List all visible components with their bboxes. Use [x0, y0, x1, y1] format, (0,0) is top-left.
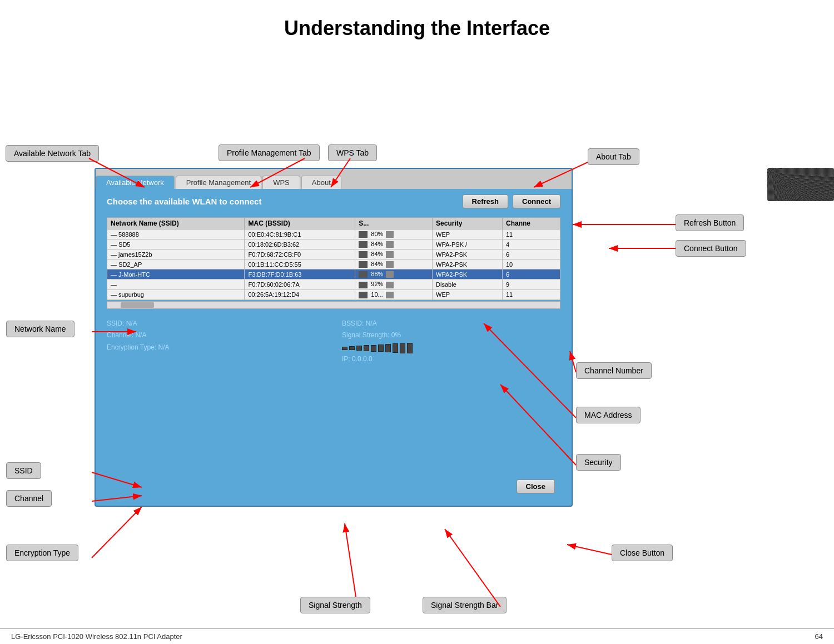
callout-about-tab: About Tab [588, 148, 639, 165]
cell-security: WPA-PSK / [433, 239, 503, 249]
cell-ssid: — supurbug [107, 289, 245, 299]
action-buttons: Refresh Connect [463, 194, 560, 208]
cell-signal: 84% [355, 259, 433, 269]
table-row[interactable]: — supurbug 00:26:5A:19:12:D4 10... WEP 1… [107, 289, 560, 299]
cell-ssid: — [107, 279, 245, 289]
tab-profile-management[interactable]: Profile Management [176, 176, 261, 189]
ssid-label: SSID: [107, 319, 124, 327]
cell-mac: 00:18:02:6D:B3:62 [245, 239, 355, 249]
callout-wps-tab: WPS Tab [328, 144, 377, 161]
table-row[interactable]: — F0:7D:60:02:06:7A 92% Disable 9 [107, 279, 560, 289]
cell-security: WPA2-PSK [433, 259, 503, 269]
signal-bar-segment [393, 343, 398, 353]
cell-channel: 10 [502, 259, 560, 269]
table-row[interactable]: — 588888 00:E0:4C:81:9B:C1 80% WEP 11 [107, 229, 560, 239]
callout-channel-number: Channel Number [576, 362, 652, 379]
signal-bar-segment [342, 347, 348, 350]
cell-channel: 4 [502, 239, 560, 249]
cell-signal: 92% [355, 279, 433, 289]
cell-security: Disable [433, 279, 503, 289]
col-header-signal: S... [355, 218, 433, 229]
main-content: Available Network Tab Profile Management… [0, 51, 834, 628]
tab-available-network[interactable]: Available Network [96, 176, 175, 189]
signal-bar-segment [407, 343, 413, 354]
info-right-panel: BSSID: N/A Signal Strength: 0% IP: 0.0.0… [342, 318, 560, 366]
signal-bar-segment [349, 346, 355, 351]
col-header-channel: Channe [502, 218, 560, 229]
signal-bar-segment [371, 345, 376, 352]
cell-ssid: — J-Mon-HTC [107, 269, 245, 279]
callout-refresh-button: Refresh Button [676, 214, 744, 231]
callout-close-button: Close Button [612, 545, 673, 561]
connect-button[interactable]: Connect [513, 194, 560, 208]
cell-channel: 6 [502, 249, 560, 259]
signal-bar-segment [364, 345, 369, 351]
signal-bar-segment [378, 345, 384, 352]
bssid-value: N/A [366, 319, 377, 327]
about-pattern [767, 168, 834, 201]
ui-window: Available Network Profile Management WPS… [95, 168, 573, 507]
cell-channel: 11 [502, 289, 560, 299]
page-title: Understanding the Interface [0, 0, 834, 51]
cell-mac: F3:DB:7F:D0:1B:63 [245, 269, 355, 279]
channel-value: N/A [135, 331, 146, 339]
table-row[interactable]: — J-Mon-HTC F3:DB:7F:D0:1B:63 88% WPA2-P… [107, 269, 560, 279]
footer-left: LG-Ericsson PCI-1020 Wireless 802.11n PC… [11, 632, 182, 641]
callout-connect-button: Connect Button [676, 240, 746, 257]
svg-line-16 [567, 545, 612, 555]
cell-security: WEP [433, 289, 503, 299]
callout-mac-address: MAC Address [576, 407, 641, 423]
col-header-ssid: Network Name (SSID) [107, 218, 245, 229]
tab-wps[interactable]: WPS [262, 176, 300, 189]
footer: LG-Ericsson PCI-1020 Wireless 802.11n PC… [0, 628, 834, 644]
callout-network-name: Network Name [6, 321, 75, 337]
cell-signal: 84% [355, 239, 433, 249]
table-row[interactable]: — james15Z2b F0:7D:68:72:CB:F0 84% WPA2-… [107, 249, 560, 259]
callout-available-network-tab: Available Network Tab [6, 145, 99, 162]
network-table: Network Name (SSID) MAC (BSSID) S... Sec… [107, 217, 560, 300]
cell-channel: 11 [502, 229, 560, 239]
cell-channel: 6 [502, 269, 560, 279]
cell-mac: 00:26:5A:19:12:D4 [245, 289, 355, 299]
signal-bar-segment [385, 344, 391, 352]
close-btn-row: Close [517, 480, 555, 493]
channel-label: Channel: [107, 331, 133, 339]
info-left-panel: SSID: N/A Channel: N/A Encryption Type: … [107, 318, 325, 366]
inner-content: Choose the available WLAN to connect Ref… [101, 189, 566, 500]
signal-bar-segment [356, 346, 362, 351]
tab-bar: Available Network Profile Management WPS… [96, 169, 572, 189]
cell-channel: 9 [502, 279, 560, 289]
cell-ssid: — 588888 [107, 229, 245, 239]
cell-signal: 10... [355, 289, 433, 299]
bssid-label: BSSID: [342, 319, 364, 327]
svg-line-14 [345, 523, 356, 597]
signal-bar-segment [400, 343, 405, 353]
cell-security: WPA2-PSK [433, 249, 503, 259]
footer-right: 64 [815, 632, 823, 641]
cell-mac: 00:E0:4C:81:9B:C1 [245, 229, 355, 239]
cell-mac: F0:7D:60:02:06:7A [245, 279, 355, 289]
cell-ssid: — james15Z2b [107, 249, 245, 259]
table-row[interactable]: — SD2_AP 00:1B:11:CC:D5:55 84% WPA2-PSK … [107, 259, 560, 269]
col-header-mac: MAC (BSSID) [245, 218, 355, 229]
col-header-security: Security [433, 218, 503, 229]
close-button[interactable]: Close [517, 480, 555, 493]
cell-signal: 80% [355, 229, 433, 239]
cell-mac: 00:1B:11:CC:D5:55 [245, 259, 355, 269]
encryption-value: N/A [158, 343, 170, 351]
svg-line-13 [92, 507, 142, 558]
cell-signal: 88% [355, 269, 433, 279]
callout-signal-strength: Signal Strength [300, 597, 370, 613]
cell-security: WPA2-PSK [433, 269, 503, 279]
signal-bar-container [342, 343, 560, 354]
ssid-value: N/A [126, 319, 137, 327]
ip-value: 0.0.0.0 [352, 355, 373, 363]
section-title: Choose the available WLAN to connect [107, 197, 261, 206]
callout-encryption-type: Encryption Type [6, 545, 78, 561]
encryption-label: Encryption Type: [107, 343, 156, 351]
tab-about[interactable]: About [301, 176, 341, 189]
refresh-button[interactable]: Refresh [463, 194, 508, 208]
signal-strength-value: 0% [391, 331, 401, 339]
ip-label: IP: [342, 355, 350, 363]
table-row[interactable]: — SD5 00:18:02:6D:B3:62 84% WPA-PSK / 4 [107, 239, 560, 249]
